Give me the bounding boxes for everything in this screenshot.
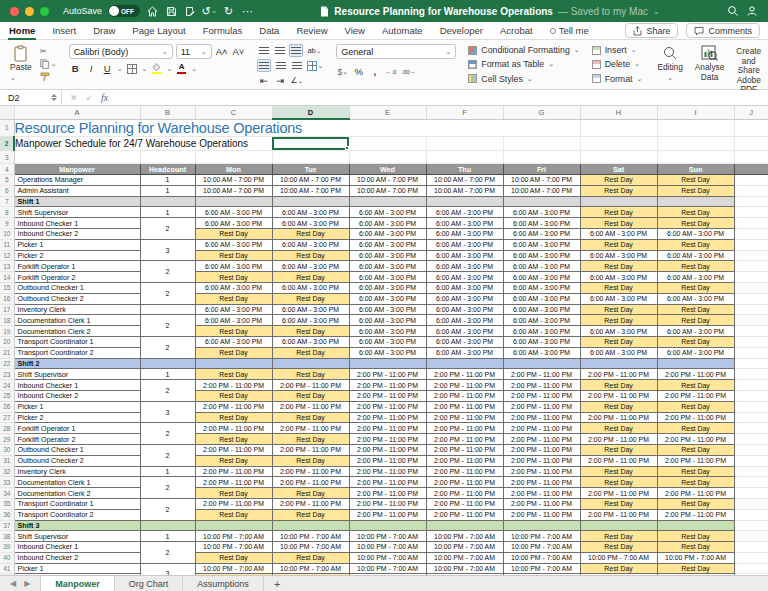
account-icon[interactable] [745,5,758,18]
schedule-cell[interactable]: 6:00 AM - 3:00 PM [426,261,503,272]
schedule-cell[interactable]: 6:00 AM - 3:00 PM [503,261,580,272]
headcount-cell[interactable]: 1 [140,531,195,542]
row-number[interactable]: 1 [0,119,14,137]
section-cell[interactable] [349,196,426,207]
schedule-cell[interactable]: 2:00 PM - 11:00 PM [195,423,272,434]
schedule-cell[interactable]: Rest Day [657,444,734,455]
role-name-cell[interactable]: Picker 1 [14,239,140,250]
formula-input[interactable] [116,90,768,105]
fill-handle[interactable] [345,146,349,150]
row-number[interactable]: 22 [0,358,14,369]
schedule-cell[interactable]: 2:00 PM - 11:00 PM [349,498,426,509]
schedule-cell[interactable]: 6:00 AM - 3:00 PM [657,293,734,304]
name-box-stepper[interactable] [51,94,57,101]
schedule-cell[interactable]: Rest Day [657,401,734,412]
role-name-cell[interactable]: Shift Supervisor [14,531,140,542]
section-cell[interactable] [140,520,195,531]
schedule-cell[interactable]: 10:00 PM - 7:00 AM [349,563,426,574]
schedule-cell[interactable]: 2:00 PM - 11:00 PM [657,488,734,499]
schedule-cell[interactable]: 10:00 PM - 7:00 AM [195,542,272,553]
empty-cell[interactable] [734,563,768,574]
empty-cell[interactable] [734,401,768,412]
align-middle-button[interactable] [273,44,286,57]
font-size-select[interactable]: 11 ⌄ [176,44,212,59]
ribbon-tab-home[interactable]: Home [8,23,36,38]
headcount-cell[interactable]: 1 [140,466,195,477]
empty-cell[interactable] [734,119,768,137]
schedule-cell[interactable]: Rest Day [657,207,734,218]
close-window-button[interactable] [10,7,19,16]
schedule-cell[interactable]: 6:00 AM - 3:00 PM [657,250,734,261]
schedule-cell[interactable]: Rest Day [272,434,349,445]
empty-cell[interactable] [734,282,768,293]
schedule-cell[interactable]: 2:00 PM - 11:00 PM [426,380,503,391]
role-name-cell[interactable]: Shift Supervisor [14,369,140,380]
headcount-cell[interactable]: 1 [140,207,195,218]
schedule-cell[interactable]: Rest Day [657,175,734,186]
schedule-cell[interactable]: 6:00 AM - 3:00 PM [349,239,426,250]
schedule-cell[interactable]: Rest Day [272,455,349,466]
confirm-entry-icon[interactable]: ✓ [86,93,94,103]
sheet-tab-assumptions[interactable]: Assumptions [183,576,264,591]
ribbon-tab-data[interactable]: Data [258,23,280,38]
align-right-button[interactable] [290,59,303,72]
schedule-cell[interactable]: Rest Day [195,509,272,520]
role-name-cell[interactable]: Transport Coordinator 2 [14,509,140,520]
section-cell[interactable] [503,520,580,531]
schedule-cell[interactable]: 2:00 PM - 11:00 PM [503,434,580,445]
font-color-button[interactable]: A [175,62,188,75]
save-icon[interactable] [165,5,178,18]
schedule-cell[interactable]: Rest Day [195,552,272,563]
home-icon[interactable] [146,5,159,18]
fill-color-button[interactable] [150,62,163,75]
column-header-H[interactable]: H [580,106,657,119]
row-number[interactable]: 5 [0,175,14,186]
headcount-cell[interactable]: 1 [140,369,195,380]
adobe-pdf-button[interactable]: Create and Share Adobe PDF [733,44,764,85]
ribbon-tab-developer[interactable]: Developer [439,23,484,38]
schedule-header-cell[interactable]: Sat [580,164,657,175]
schedule-header-cell[interactable]: Fri [503,164,580,175]
paste-button[interactable]: Paste ⌄ [6,44,36,83]
column-header-F[interactable]: F [426,106,503,119]
role-name-cell[interactable]: Picker 2 [14,250,140,261]
schedule-cell[interactable]: 10:00 AM - 7:00 PM [195,175,272,186]
schedule-cell[interactable]: 2:00 PM - 11:00 PM [657,434,734,445]
empty-cell[interactable] [734,137,768,151]
empty-cell[interactable] [503,137,580,151]
row-number[interactable]: 34 [0,488,14,499]
schedule-cell[interactable]: Rest Day [580,380,657,391]
schedule-cell[interactable]: Rest Day [657,304,734,315]
section-cell[interactable] [580,196,657,207]
schedule-cell[interactable]: 2:00 PM - 11:00 PM [503,498,580,509]
schedule-cell[interactable]: Rest Day [657,477,734,488]
undo-icon[interactable]: ↺⌄ [203,5,216,18]
schedule-header-cell[interactable]: Thu [426,164,503,175]
schedule-cell[interactable]: 6:00 AM - 3:00 PM [426,315,503,326]
schedule-cell[interactable]: Rest Day [580,315,657,326]
schedule-cell[interactable]: 10:00 AM - 7:00 PM [349,185,426,196]
schedule-cell[interactable]: 6:00 AM - 3:00 PM [195,207,272,218]
schedule-cell[interactable]: Rest Day [580,239,657,250]
schedule-cell[interactable]: 2:00 PM - 11:00 PM [272,423,349,434]
schedule-cell[interactable]: 6:00 AM - 3:00 PM [349,261,426,272]
section-cell[interactable] [140,196,195,207]
schedule-cell[interactable]: 2:00 PM - 11:00 PM [426,390,503,401]
insert-cells-button[interactable]: Insert ⌄ [592,44,643,56]
schedule-cell[interactable]: 6:00 AM - 3:00 PM [426,293,503,304]
schedule-cell[interactable]: 10:00 PM - 7:00 AM [503,531,580,542]
role-name-cell[interactable]: Inbound Checker 2 [14,552,140,563]
schedule-cell[interactable]: Rest Day [272,228,349,239]
schedule-cell[interactable]: 2:00 PM - 11:00 PM [349,412,426,423]
sheet-subtitle-cell[interactable]: Manpower Schedule for 24/7 Warehouse Ope… [14,137,272,151]
empty-cell[interactable] [734,304,768,315]
orientation-button[interactable]: ∠⌄ [289,74,304,87]
bold-button[interactable]: B [69,62,82,75]
row-number[interactable]: 24 [0,380,14,391]
schedule-cell[interactable]: 2:00 PM - 11:00 PM [349,434,426,445]
role-name-cell[interactable]: Picker 1 [14,563,140,574]
empty-cell[interactable] [272,151,349,164]
schedule-cell[interactable]: 10:00 AM - 7:00 PM [426,185,503,196]
align-center-button[interactable] [274,59,287,72]
schedule-cell[interactable]: 2:00 PM - 11:00 PM [503,390,580,401]
